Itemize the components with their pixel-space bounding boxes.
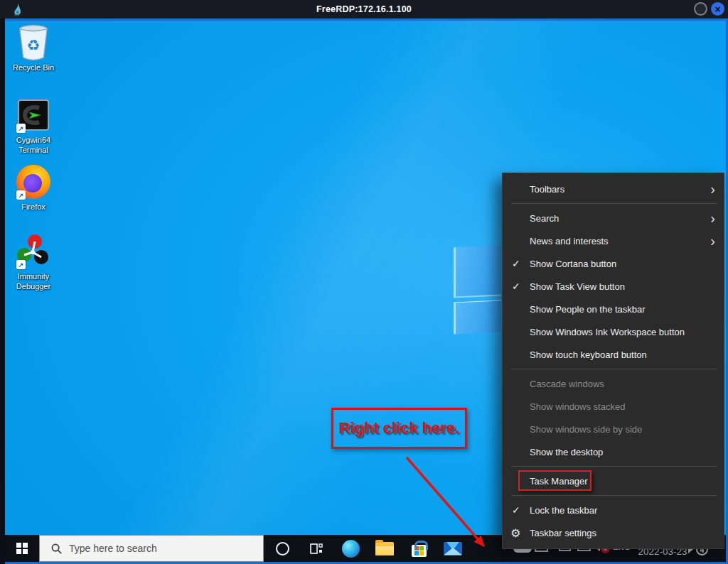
store-button[interactable] [402, 535, 436, 562]
menu-item-label: Show People on the taskbar [530, 304, 646, 315]
menu-item-show-windows-ink-workspace[interactable]: Show Windows Ink Workspace button [503, 320, 724, 343]
desktop-icon-immunity-debugger[interactable]: ↗ Immunity Debugger [6, 233, 61, 292]
taskbar-context-menu: Toolbars › Search › News and interests ›… [502, 173, 724, 549]
search-icon [51, 543, 62, 554]
menu-separator [511, 495, 717, 496]
desktop-icon-cygwin64-terminal[interactable]: ↗ Cygwin64 Terminal [6, 97, 61, 156]
chevron-right-icon: › [710, 229, 715, 252]
menu-item-label: Toolbars [530, 184, 564, 195]
window-title: FreeRDP:172.16.1.100 [0, 0, 728, 18]
checkmark-icon: ✓ [512, 499, 520, 521]
edge-icon [342, 540, 360, 558]
cygwin-terminal-icon: ↗ [16, 97, 51, 134]
menu-item-show-windows-stacked: Show windows stacked [503, 395, 724, 418]
chevron-right-icon: › [710, 207, 715, 229]
menu-item-label: Show Task View button [530, 281, 625, 292]
freerdp-window: FreeRDP:172.16.1.100 × ♻ Recycle Bin [0, 0, 728, 564]
chevron-right-icon: › [710, 178, 715, 200]
cortana-button[interactable] [265, 535, 299, 562]
file-explorer-button[interactable] [368, 535, 402, 562]
task-view-icon [309, 541, 323, 555]
menu-item-show-the-desktop[interactable]: Show the desktop [503, 440, 724, 463]
menu-item-label: Show Windows Ink Workspace button [530, 327, 685, 337]
menu-item-show-windows-side-by-side: Show windows side by side [503, 418, 724, 440]
mail-icon [444, 542, 462, 555]
menu-item-toolbars[interactable]: Toolbars › [503, 178, 724, 200]
edge-button[interactable] [333, 535, 368, 562]
menu-item-label: Task Manager [530, 476, 588, 487]
menu-item-lock-the-taskbar[interactable]: ✓ Lock the taskbar [503, 499, 724, 521]
task-view-button[interactable] [299, 535, 333, 562]
desktop-icon-label: Immunity Debugger [6, 271, 61, 292]
menu-item-news-and-interests[interactable]: News and interests › [503, 229, 724, 252]
desktop-icon-label: Recycle Bin [13, 63, 54, 72]
firefox-icon: ↗ [16, 163, 51, 200]
annotation-right-click-box: Right click here. [331, 408, 467, 449]
shortcut-arrow-icon: ↗ [16, 190, 26, 200]
menu-item-label: News and interests [530, 236, 609, 246]
windows-start-icon [16, 543, 28, 554]
menu-item-show-touch-keyboard[interactable]: Show touch keyboard button [503, 343, 724, 366]
menu-item-label: Show the desktop [530, 447, 603, 457]
menu-item-cascade-windows: Cascade windows [503, 372, 724, 395]
menu-item-label: Lock the taskbar [530, 505, 597, 516]
gear-icon: ⚙ [510, 521, 520, 544]
file-explorer-icon [375, 542, 394, 555]
wallpaper-windows-logo-pane-top [454, 246, 501, 298]
annotation-text: Right click here. [339, 419, 460, 438]
menu-item-label: Search [530, 213, 559, 224]
menu-item-task-manager[interactable]: Task Manager [503, 470, 724, 492]
menu-item-show-cortana-button[interactable]: ✓ Show Cortana button [503, 252, 724, 275]
recycle-symbol: ♻ [27, 37, 41, 53]
menu-item-taskbar-settings[interactable]: ⚙ Taskbar settings [503, 521, 724, 544]
menu-item-label: Show windows side by side [530, 424, 642, 435]
cortana-icon [276, 542, 289, 555]
menu-separator [511, 203, 717, 204]
menu-item-label: Show touch keyboard button [530, 349, 647, 360]
taskbar-search[interactable] [39, 535, 264, 562]
window-titlebar[interactable]: FreeRDP:172.16.1.100 × [0, 0, 728, 18]
menu-item-search[interactable]: Search › [503, 207, 724, 229]
desktop-icon-recycle-bin[interactable]: ♻ Recycle Bin [6, 24, 61, 72]
checkmark-icon: ✓ [512, 252, 520, 275]
mail-button[interactable] [436, 535, 470, 562]
wallpaper-windows-logo-pane-bottom [454, 300, 501, 335]
menu-item-show-people[interactable]: Show People on the taskbar [503, 298, 724, 320]
start-button[interactable] [5, 535, 39, 562]
desktop-icon-label: Firefox [21, 202, 46, 212]
menu-separator [511, 369, 717, 369]
menu-item-label: Show Cortana button [530, 259, 616, 269]
shortcut-arrow-icon: ↗ [16, 124, 26, 133]
recycle-bin-icon: ♻ [16, 24, 51, 61]
menu-separator [511, 466, 717, 467]
close-icon: × [714, 4, 720, 14]
minimize-button[interactable] [694, 2, 707, 16]
checkmark-icon: ✓ [512, 275, 520, 298]
menu-item-label: Show windows stacked [530, 401, 625, 412]
search-input[interactable] [69, 543, 247, 554]
menu-item-label: Cascade windows [530, 379, 604, 389]
menu-item-show-task-view-button[interactable]: ✓ Show Task View button [503, 275, 724, 298]
shortcut-arrow-icon: ↗ [16, 260, 26, 269]
microsoft-store-icon [412, 545, 427, 557]
menu-item-label: Taskbar settings [530, 528, 596, 538]
close-button[interactable]: × [711, 2, 724, 16]
desktop-icon-firefox[interactable]: ↗ Firefox [6, 163, 61, 212]
immunity-debugger-icon: ↗ [16, 233, 51, 270]
desktop-icon-label: Cygwin64 Terminal [6, 135, 61, 156]
